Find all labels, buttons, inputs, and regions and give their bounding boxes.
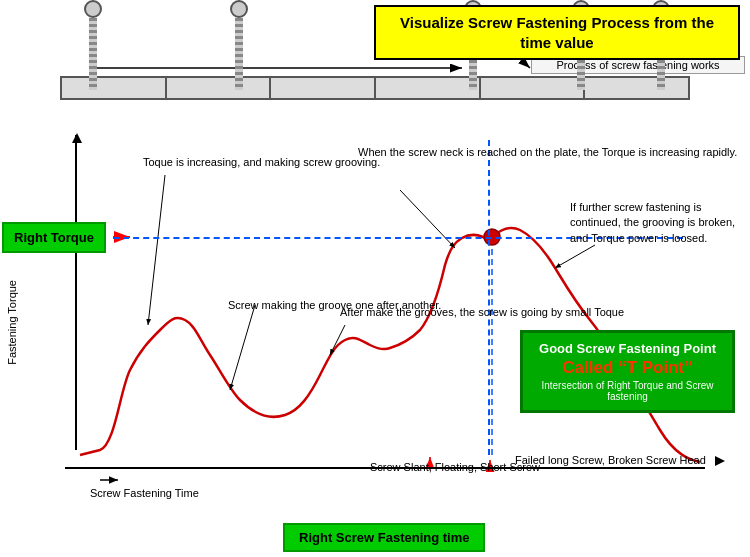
title-box: Visualize Screw Fastening Process from t… [374, 5, 740, 60]
anno-toque: Toque is increasing, and making screw gr… [143, 155, 380, 170]
svg-line-6 [148, 175, 165, 325]
right-screw-fastening-label: Right Screw Fastening time [299, 530, 469, 545]
plate-s2 [167, 78, 272, 98]
main-container: Visualize Screw Fastening Process from t… [0, 0, 750, 557]
anno-after-groove: After make the grooves, the screw is goi… [340, 305, 624, 320]
screw-head-1 [84, 0, 102, 18]
screw-1 [82, 0, 104, 90]
v-axis [75, 135, 77, 450]
svg-line-9 [400, 190, 455, 248]
screw-head-2 [230, 0, 248, 18]
svg-line-7 [230, 305, 255, 390]
plate-s3 [271, 78, 376, 98]
plate-s1 [62, 78, 167, 98]
anno-neck: When the screw neck is reached on the pl… [358, 145, 737, 160]
right-torque-label: Right Torque [14, 230, 94, 245]
anno-failed: Failed long Screw, Broken Screw Head [515, 453, 706, 468]
t-point-box: Good Screw Fastening Point Called “T Poi… [520, 330, 735, 413]
top-plate [60, 76, 690, 100]
t-point-title: Good Screw Fastening Point [533, 341, 722, 356]
plate-s6 [585, 78, 688, 98]
screw-2 [228, 0, 250, 90]
right-screw-fastening-box: Right Screw Fastening time [283, 523, 485, 552]
title-text: Visualize Screw Fastening Process from t… [400, 14, 714, 51]
anno-further: If further screw fastening is continued,… [570, 200, 750, 246]
t-point-vline [488, 140, 490, 455]
t-point-name: Called “T Point” [533, 358, 722, 378]
t-point-desc: Intersection of Right Torque and Screw f… [533, 380, 722, 402]
svg-line-10 [555, 245, 595, 268]
screw-body-1 [89, 18, 97, 90]
right-torque-box: Right Torque [2, 222, 106, 253]
screw-body-2 [235, 18, 243, 90]
